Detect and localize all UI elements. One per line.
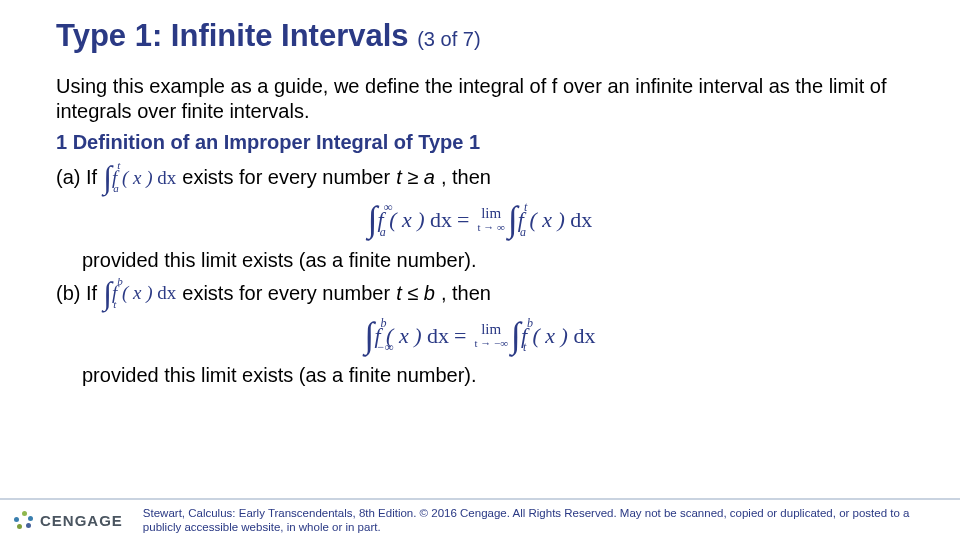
- part-b-suffix3: , then: [441, 281, 491, 306]
- int-diff: dx: [570, 206, 592, 234]
- int-lower: a: [520, 228, 526, 236]
- brand-name: CENGAGE: [40, 512, 123, 529]
- int-upper: b: [527, 319, 533, 327]
- integral-icon: ∫ b t: [103, 282, 112, 304]
- slide-body: Using this example as a guide, we define…: [56, 74, 904, 388]
- part-a-cond: t ≥ a: [396, 165, 435, 190]
- limit-b: lim t → −∞: [474, 322, 508, 350]
- rhs-integral-b: ∫ b t f ( x ) dx: [511, 322, 595, 350]
- integral-icon: ∫ t a: [103, 166, 112, 188]
- brand-logo: CENGAGE: [14, 510, 123, 530]
- rhs-integral-a: ∫ t a f ( x ) dx: [508, 206, 592, 234]
- equals-sign: =: [454, 322, 466, 350]
- int-diff: dx: [430, 206, 452, 234]
- integral-icon: ∫ ∞ a: [368, 207, 378, 232]
- lim-word: lim: [481, 322, 501, 337]
- int-upper: b: [381, 319, 387, 327]
- inline-integral-a: ∫ t a f ( x ) dx: [103, 166, 176, 190]
- int-lower: t: [523, 343, 526, 351]
- display-equation-a: ∫ ∞ a f ( x ) dx = lim t → ∞ ∫ t a f ( x…: [56, 206, 904, 234]
- int-diff: dx: [157, 281, 176, 305]
- int-lower: a: [113, 185, 119, 193]
- int-lower: −∞: [377, 343, 394, 351]
- integral-icon: ∫ t a: [508, 207, 518, 232]
- integral-icon: ∫ b t: [511, 323, 521, 348]
- int-diff: dx: [157, 166, 176, 190]
- int-upper: t: [524, 203, 527, 211]
- definition-heading: 1 Definition of an Improper Integral of …: [56, 130, 904, 155]
- cengage-icon: [14, 510, 34, 530]
- limit-a: lim t → ∞: [478, 206, 505, 234]
- int-upper: t: [117, 162, 120, 170]
- int-upper: ∞: [384, 203, 393, 211]
- int-diff: dx: [427, 322, 449, 350]
- int-lower: t: [113, 301, 116, 309]
- copyright-text: Stewart, Calculus: Early Transcendentals…: [143, 506, 946, 535]
- int-upper: b: [117, 278, 123, 286]
- equals-sign: =: [457, 206, 469, 234]
- part-b-provided: provided this limit exists (as a finite …: [82, 363, 904, 388]
- part-a-suffix3: , then: [441, 165, 491, 190]
- display-equation-b: ∫ b −∞ f ( x ) dx = lim t → −∞ ∫ b t f (…: [56, 322, 904, 350]
- slide-content: Type 1: Infinite Intervals (3 of 7) Usin…: [0, 0, 960, 388]
- part-a-provided: provided this limit exists (as a finite …: [82, 248, 904, 273]
- part-b-line: (b) If ∫ b t f ( x ) dx exists for every…: [56, 281, 904, 306]
- part-a-line: (a) If ∫ t a f ( x ) dx exists for every…: [56, 165, 904, 190]
- int-lower: a: [380, 228, 386, 236]
- part-b-cond: t ≤ b: [396, 281, 435, 306]
- title-text: Type 1: Infinite Intervals: [56, 18, 409, 53]
- part-a-suffix1: exists for every number: [182, 165, 390, 190]
- lhs-integral-b: ∫ b −∞ f ( x ) dx: [365, 322, 449, 350]
- slide-title: Type 1: Infinite Intervals (3 of 7): [56, 18, 904, 54]
- lim-under: t → ∞: [478, 222, 505, 233]
- part-b-suffix1: exists for every number: [182, 281, 390, 306]
- part-b-prefix: (b) If: [56, 281, 97, 306]
- part-a-prefix: (a) If: [56, 165, 97, 190]
- int-diff: dx: [573, 322, 595, 350]
- integral-icon: ∫ b −∞: [365, 323, 375, 348]
- intro-paragraph: Using this example as a guide, we define…: [56, 74, 904, 124]
- footer: CENGAGE Stewart, Calculus: Early Transce…: [0, 498, 960, 540]
- inline-integral-b: ∫ b t f ( x ) dx: [103, 281, 176, 305]
- lim-word: lim: [481, 206, 501, 221]
- lhs-integral-a: ∫ ∞ a f ( x ) dx: [368, 206, 452, 234]
- lim-under: t → −∞: [474, 338, 508, 349]
- page-indicator: (3 of 7): [417, 28, 480, 50]
